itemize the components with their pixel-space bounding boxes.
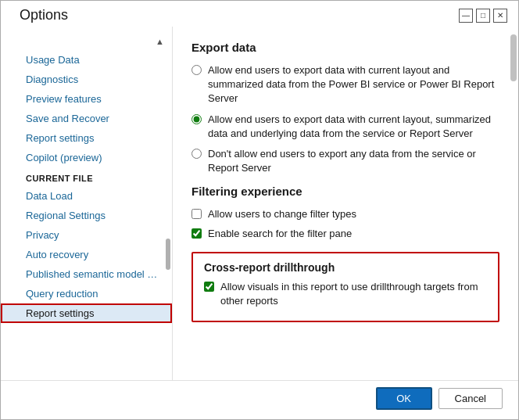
cross-report-option-1-label: Allow visuals in this report to use dril…: [220, 280, 487, 308]
sidebar-item-published-semantic[interactable]: Published semantic model set...: [1, 264, 172, 284]
current-file-label: CURRENT FILE: [26, 174, 93, 183]
filtering-experience-section: Filtering experience Allow users to chan…: [191, 185, 499, 240]
filtering-title: Filtering experience: [191, 185, 499, 198]
filter-checkbox-2[interactable]: [191, 228, 202, 239]
sidebar-item-regional-settings[interactable]: Regional Settings: [1, 206, 172, 225]
export-radio-3[interactable]: [191, 149, 202, 159]
export-option-1[interactable]: Allow end users to export data with curr…: [191, 63, 499, 106]
sidebar-item-diagnostics[interactable]: Diagnostics: [1, 70, 172, 89]
main-scrollbar[interactable]: [510, 34, 517, 81]
export-data-title: Export data: [191, 41, 499, 54]
current-file-header: CURRENT FILE: [1, 167, 172, 186]
sidebar-item-query-reduction[interactable]: Query reduction: [1, 284, 172, 303]
cancel-button[interactable]: Cancel: [438, 388, 503, 409]
filter-option-2-label: Enable search for the filter pane: [208, 227, 352, 241]
export-radio-1[interactable]: [191, 65, 202, 75]
minimize-button[interactable]: ―: [459, 9, 473, 23]
sidebar-item-save-recover[interactable]: Save and Recover: [1, 109, 172, 128]
export-option-3[interactable]: Don't allow end users to export any data…: [191, 147, 499, 175]
sidebar-item-preview-features[interactable]: Preview features: [1, 89, 172, 109]
cross-report-section: Cross-report drillthrough Allow visuals …: [191, 252, 499, 322]
cross-report-checkbox-1[interactable]: [204, 282, 214, 292]
sidebar-item-privacy[interactable]: Privacy: [1, 225, 172, 245]
main-content: Export data Allow end users to export da…: [173, 27, 518, 380]
filter-option-1[interactable]: Allow users to change filter types: [191, 207, 499, 221]
export-option-3-label: Don't allow end users to export any data…: [208, 147, 499, 175]
filter-option-2[interactable]: Enable search for the filter pane: [191, 227, 499, 241]
sidebar-item-usage-data[interactable]: Usage Data: [1, 50, 172, 70]
export-option-1-label: Allow end users to export data with curr…: [208, 63, 499, 106]
close-button[interactable]: ✕: [493, 9, 507, 23]
dialog-title: Options: [20, 7, 68, 23]
export-radio-2[interactable]: [191, 114, 202, 124]
sidebar-item-auto-recovery[interactable]: Auto recovery: [1, 245, 172, 264]
cross-report-option-1[interactable]: Allow visuals in this report to use dril…: [204, 280, 487, 308]
global-collapse-icon: ▲: [156, 37, 164, 46]
options-dialog: Options ― □ ✕ ▲ Usage Data Diagnostics P…: [0, 0, 519, 420]
export-data-options: Allow end users to export data with curr…: [191, 63, 499, 175]
export-data-section: Export data Allow end users to export da…: [191, 41, 499, 175]
sidebar-item-report-settings-global[interactable]: Report settings: [1, 128, 172, 148]
cross-report-title: Cross-report drillthrough: [204, 261, 487, 274]
sidebar-item-copilot[interactable]: Copilot (preview): [1, 148, 172, 167]
filter-option-1-label: Allow users to change filter types: [208, 207, 356, 221]
export-option-2[interactable]: Allow end users to export data with curr…: [191, 113, 499, 141]
sidebar-scrollbar[interactable]: [166, 239, 170, 270]
ok-button[interactable]: OK: [376, 387, 432, 410]
window-controls: ― □ ✕: [459, 9, 507, 23]
global-group-header[interactable]: ▲: [1, 33, 172, 50]
sidebar-item-data-load[interactable]: Data Load: [1, 186, 172, 206]
sidebar-item-report-settings-file[interactable]: Report settings: [1, 303, 172, 323]
title-bar: Options ― □ ✕: [1, 1, 518, 27]
sidebar: ▲ Usage Data Diagnostics Preview feature…: [1, 27, 173, 380]
dialog-footer: OK Cancel: [1, 380, 518, 419]
maximize-button[interactable]: □: [476, 9, 490, 23]
export-option-2-label: Allow end users to export data with curr…: [208, 113, 499, 141]
filter-checkbox-1[interactable]: [191, 209, 202, 219]
dialog-body: ▲ Usage Data Diagnostics Preview feature…: [1, 27, 518, 380]
